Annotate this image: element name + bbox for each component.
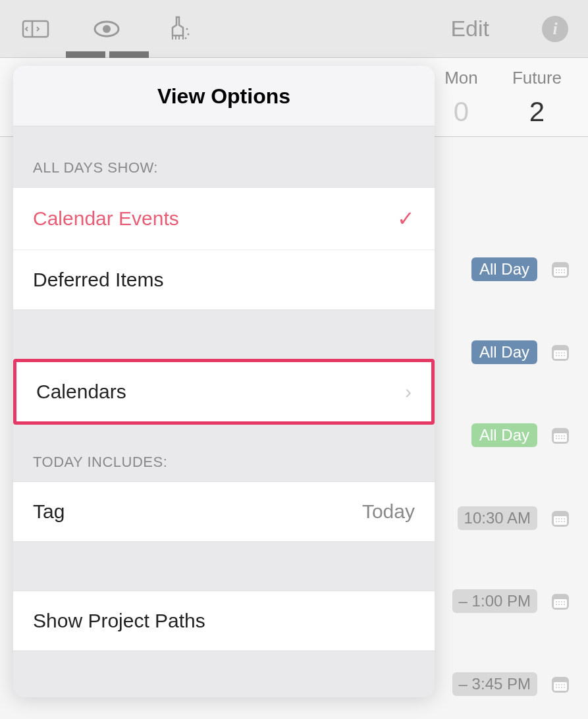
day-count-mon: 0 bbox=[423, 96, 499, 128]
svg-point-25 bbox=[561, 352, 562, 354]
tag-label: Tag bbox=[33, 500, 65, 523]
sidebar-toggle-icon[interactable] bbox=[20, 13, 51, 45]
allday-badge: All Day bbox=[471, 340, 537, 364]
svg-point-57 bbox=[556, 604, 557, 605]
all-days-group: Calendar Events ✓ Deferred Items bbox=[13, 187, 435, 310]
section-today-label: TODAY INCLUDES: bbox=[13, 425, 435, 481]
svg-point-37 bbox=[556, 438, 557, 439]
svg-point-9 bbox=[188, 33, 190, 35]
svg-point-17 bbox=[556, 272, 557, 273]
svg-point-55 bbox=[561, 601, 562, 602]
bg-row: 10:30 AM bbox=[423, 501, 588, 535]
svg-point-53 bbox=[556, 601, 557, 602]
svg-point-43 bbox=[556, 518, 557, 519]
day-label-mon: Mon bbox=[423, 68, 499, 88]
clean-icon[interactable] bbox=[162, 13, 194, 45]
view-options-icon[interactable] bbox=[91, 13, 122, 45]
svg-point-3 bbox=[103, 25, 111, 33]
svg-point-40 bbox=[564, 438, 565, 439]
tab-indicator bbox=[66, 51, 149, 58]
paths-group: Show Project Paths bbox=[13, 591, 435, 651]
day-col-future[interactable]: Future 2 bbox=[499, 68, 575, 136]
svg-point-56 bbox=[564, 601, 565, 602]
day-label-future: Future bbox=[499, 68, 575, 88]
svg-point-39 bbox=[561, 438, 562, 439]
svg-point-50 bbox=[564, 521, 565, 522]
svg-rect-12 bbox=[554, 267, 567, 276]
svg-rect-32 bbox=[554, 433, 567, 442]
svg-point-19 bbox=[561, 272, 562, 273]
svg-point-49 bbox=[561, 521, 562, 522]
allday-badge: All Day bbox=[471, 423, 537, 447]
svg-point-69 bbox=[561, 687, 562, 688]
svg-point-36 bbox=[564, 435, 565, 437]
calendar-icon bbox=[549, 341, 572, 363]
svg-point-46 bbox=[564, 518, 565, 519]
svg-point-48 bbox=[558, 521, 560, 522]
svg-point-23 bbox=[556, 352, 557, 354]
popover-title: View Options bbox=[13, 66, 435, 126]
time-badge: – 3:45 PM bbox=[452, 672, 537, 696]
svg-rect-42 bbox=[554, 516, 567, 525]
calendars-row[interactable]: Calendars › bbox=[16, 362, 431, 421]
svg-point-65 bbox=[561, 684, 562, 685]
svg-point-13 bbox=[556, 269, 557, 271]
bg-row: All Day bbox=[423, 335, 588, 369]
svg-point-64 bbox=[558, 684, 560, 685]
day-col-mon[interactable]: Mon 0 bbox=[423, 68, 499, 136]
svg-point-60 bbox=[564, 604, 565, 605]
toolbar: Edit i bbox=[0, 0, 588, 58]
svg-point-67 bbox=[556, 687, 557, 688]
svg-point-27 bbox=[556, 355, 557, 356]
svg-point-45 bbox=[561, 518, 562, 519]
svg-point-66 bbox=[564, 684, 565, 685]
info-icon[interactable]: i bbox=[542, 16, 568, 42]
deferred-items-label: Deferred Items bbox=[33, 269, 163, 291]
svg-point-33 bbox=[556, 435, 557, 437]
calendars-group: Calendars › bbox=[13, 359, 435, 425]
show-project-paths-label: Show Project Paths bbox=[33, 610, 205, 632]
svg-point-30 bbox=[564, 355, 565, 356]
svg-point-38 bbox=[558, 438, 560, 439]
show-project-paths-row[interactable]: Show Project Paths bbox=[13, 591, 435, 651]
svg-point-8 bbox=[186, 28, 188, 30]
svg-point-18 bbox=[558, 272, 560, 273]
bg-row: All Day bbox=[423, 252, 588, 286]
calendar-events-label: Calendar Events bbox=[33, 207, 179, 230]
svg-point-29 bbox=[561, 355, 562, 356]
check-icon: ✓ bbox=[397, 206, 415, 231]
svg-rect-22 bbox=[554, 350, 567, 359]
calendar-icon bbox=[549, 590, 572, 612]
day-count-future: 2 bbox=[499, 96, 575, 128]
calendar-icon bbox=[549, 258, 572, 280]
background-items: All Day All Day All Day 10:30 AM – 1:00 … bbox=[423, 137, 588, 719]
tag-value: Today bbox=[362, 500, 415, 523]
time-badge: – 1:00 PM bbox=[452, 589, 537, 613]
svg-point-47 bbox=[556, 521, 557, 522]
svg-point-63 bbox=[556, 684, 557, 685]
calendar-icon bbox=[549, 507, 572, 529]
section-all-days-label: ALL DAYS SHOW: bbox=[13, 126, 435, 187]
calendar-icon bbox=[549, 673, 572, 695]
today-group: Tag Today bbox=[13, 481, 435, 542]
svg-point-15 bbox=[561, 269, 562, 271]
svg-point-24 bbox=[558, 352, 560, 354]
svg-point-59 bbox=[561, 604, 562, 605]
calendar-events-row[interactable]: Calendar Events ✓ bbox=[13, 188, 435, 250]
svg-rect-52 bbox=[554, 599, 567, 608]
edit-button[interactable]: Edit bbox=[450, 16, 489, 41]
svg-point-70 bbox=[564, 687, 565, 688]
svg-point-10 bbox=[185, 37, 187, 39]
calendar-icon bbox=[549, 424, 572, 446]
tag-row[interactable]: Tag Today bbox=[13, 482, 435, 541]
svg-point-44 bbox=[558, 518, 560, 519]
chevron-right-icon: › bbox=[405, 381, 412, 403]
time-badge: 10:30 AM bbox=[458, 506, 537, 530]
bg-row: – 1:00 PM bbox=[423, 584, 588, 618]
deferred-items-row[interactable]: Deferred Items bbox=[13, 250, 435, 309]
svg-point-34 bbox=[558, 435, 560, 437]
calendars-label: Calendars bbox=[36, 381, 126, 403]
bg-row: – 3:45 PM bbox=[423, 667, 588, 701]
svg-rect-0 bbox=[23, 21, 48, 37]
svg-point-58 bbox=[558, 604, 560, 605]
